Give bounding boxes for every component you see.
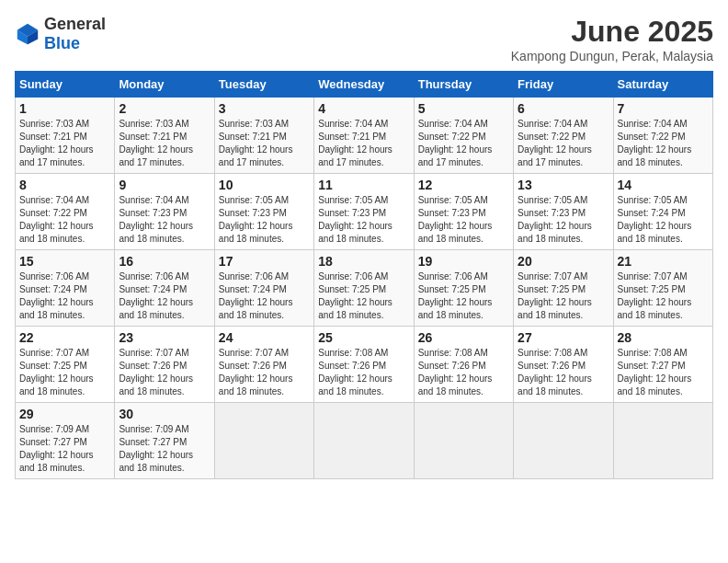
sunset-label: Sunset: 7:21 PM [119, 132, 187, 142]
day-number: 7 [618, 101, 709, 116]
day-info: Sunrise: 7:06 AM Sunset: 7:24 PM Dayligh… [19, 270, 110, 322]
day-number: 11 [318, 178, 409, 192]
logo-icon [15, 21, 40, 47]
daylight-label: Daylight: 12 hours and 18 minutes. [318, 221, 392, 244]
table-cell: 30 Sunrise: 7:09 AM Sunset: 7:27 PM Dayl… [115, 403, 214, 479]
table-cell: 20 Sunrise: 7:07 AM Sunset: 7:25 PM Dayl… [514, 250, 613, 327]
day-number: 2 [119, 101, 210, 116]
sunrise-label: Sunrise: 7:05 AM [518, 195, 587, 205]
sunset-label: Sunset: 7:21 PM [219, 132, 287, 142]
day-info: Sunrise: 7:08 AM Sunset: 7:26 PM Dayligh… [418, 347, 509, 398]
sunset-label: Sunset: 7:24 PM [119, 284, 187, 294]
sunrise-label: Sunrise: 7:06 AM [318, 271, 388, 282]
day-info: Sunrise: 7:09 AM Sunset: 7:27 PM Dayligh… [19, 423, 110, 475]
sunrise-label: Sunrise: 7:09 AM [119, 424, 188, 434]
daylight-label: Daylight: 12 hours and 18 minutes. [318, 297, 392, 320]
day-number: 8 [19, 178, 110, 192]
day-info: Sunrise: 7:04 AM Sunset: 7:22 PM Dayligh… [418, 118, 509, 169]
day-info: Sunrise: 7:08 AM Sunset: 7:26 PM Dayligh… [318, 347, 409, 398]
day-number: 1 [19, 101, 110, 116]
table-cell: 25 Sunrise: 7:08 AM Sunset: 7:26 PM Dayl… [314, 327, 414, 403]
day-info: Sunrise: 7:07 AM Sunset: 7:25 PM Dayligh… [518, 270, 609, 322]
day-number: 10 [219, 178, 310, 192]
sunrise-label: Sunrise: 7:08 AM [618, 348, 688, 358]
day-info: Sunrise: 7:07 AM Sunset: 7:25 PM Dayligh… [19, 347, 110, 398]
table-cell: 24 Sunrise: 7:07 AM Sunset: 7:26 PM Dayl… [214, 327, 313, 403]
day-info: Sunrise: 7:07 AM Sunset: 7:26 PM Dayligh… [119, 347, 210, 398]
sunrise-label: Sunrise: 7:05 AM [318, 195, 388, 205]
day-info: Sunrise: 7:04 AM Sunset: 7:22 PM Dayligh… [518, 118, 609, 169]
logo: General Blue [15, 15, 106, 53]
day-number: 6 [518, 101, 609, 116]
sunrise-label: Sunrise: 7:06 AM [19, 271, 89, 282]
sunset-label: Sunset: 7:26 PM [119, 361, 187, 371]
sunrise-label: Sunrise: 7:03 AM [219, 119, 289, 129]
sunset-label: Sunset: 7:24 PM [19, 284, 87, 294]
daylight-label: Daylight: 12 hours and 18 minutes. [418, 373, 493, 396]
table-cell: 7 Sunrise: 7:04 AM Sunset: 7:22 PM Dayli… [613, 98, 712, 174]
col-sunday: Sunday [16, 72, 115, 98]
table-cell: 26 Sunrise: 7:08 AM Sunset: 7:26 PM Dayl… [414, 327, 513, 403]
sunrise-label: Sunrise: 7:07 AM [119, 348, 188, 358]
daylight-label: Daylight: 12 hours and 18 minutes. [19, 373, 94, 396]
sunset-label: Sunset: 7:26 PM [219, 361, 287, 371]
daylight-label: Daylight: 12 hours and 18 minutes. [19, 450, 94, 473]
daylight-label: Daylight: 12 hours and 18 minutes. [518, 221, 592, 244]
sunrise-label: Sunrise: 7:04 AM [19, 195, 89, 205]
sunset-label: Sunset: 7:23 PM [518, 208, 586, 218]
sunrise-label: Sunrise: 7:03 AM [19, 119, 89, 129]
sunrise-label: Sunrise: 7:04 AM [119, 195, 188, 205]
sunset-label: Sunset: 7:24 PM [618, 208, 686, 218]
day-number: 19 [418, 254, 509, 269]
sunrise-label: Sunrise: 7:08 AM [518, 348, 587, 358]
sunset-label: Sunset: 7:24 PM [219, 284, 287, 294]
day-number: 12 [418, 178, 509, 192]
sunrise-label: Sunrise: 7:09 AM [19, 424, 89, 434]
daylight-label: Daylight: 12 hours and 18 minutes. [119, 450, 193, 473]
day-info: Sunrise: 7:05 AM Sunset: 7:24 PM Dayligh… [618, 194, 709, 246]
sunrise-label: Sunrise: 7:04 AM [618, 119, 688, 129]
table-cell: 11 Sunrise: 7:05 AM Sunset: 7:23 PM Dayl… [314, 174, 414, 250]
day-info: Sunrise: 7:04 AM Sunset: 7:21 PM Dayligh… [318, 118, 409, 169]
table-cell [214, 403, 313, 479]
sunrise-label: Sunrise: 7:03 AM [119, 119, 188, 129]
table-cell: 1 Sunrise: 7:03 AM Sunset: 7:21 PM Dayli… [16, 98, 115, 174]
title-area: June 2025 Kampong Dungun, Perak, Malaysi… [511, 15, 713, 63]
table-cell: 21 Sunrise: 7:07 AM Sunset: 7:25 PM Dayl… [613, 250, 712, 327]
sunrise-label: Sunrise: 7:05 AM [618, 195, 688, 205]
day-number: 24 [219, 330, 310, 345]
daylight-label: Daylight: 12 hours and 18 minutes. [418, 221, 493, 244]
table-cell: 14 Sunrise: 7:05 AM Sunset: 7:24 PM Dayl… [613, 174, 712, 250]
day-number: 23 [119, 330, 210, 345]
sunrise-label: Sunrise: 7:08 AM [318, 348, 388, 358]
sunrise-label: Sunrise: 7:04 AM [318, 119, 388, 129]
sunset-label: Sunset: 7:27 PM [19, 437, 87, 447]
daylight-label: Daylight: 12 hours and 18 minutes. [618, 144, 692, 167]
day-info: Sunrise: 7:07 AM Sunset: 7:25 PM Dayligh… [618, 270, 709, 322]
daylight-label: Daylight: 12 hours and 18 minutes. [219, 373, 293, 396]
sunset-label: Sunset: 7:25 PM [518, 284, 586, 294]
day-number: 3 [219, 101, 310, 116]
daylight-label: Daylight: 12 hours and 17 minutes. [119, 144, 193, 167]
sunrise-label: Sunrise: 7:07 AM [518, 271, 587, 282]
calendar-table: Sunday Monday Tuesday Wednesday Thursday… [15, 71, 713, 479]
sunset-label: Sunset: 7:26 PM [318, 361, 386, 371]
daylight-label: Daylight: 12 hours and 18 minutes. [618, 297, 692, 320]
sunrise-label: Sunrise: 7:06 AM [418, 271, 488, 282]
day-number: 4 [318, 101, 409, 116]
daylight-label: Daylight: 12 hours and 17 minutes. [19, 144, 94, 167]
logo-text: General Blue [44, 15, 106, 53]
table-cell: 2 Sunrise: 7:03 AM Sunset: 7:21 PM Dayli… [115, 98, 214, 174]
day-info: Sunrise: 7:05 AM Sunset: 7:23 PM Dayligh… [418, 194, 509, 246]
day-info: Sunrise: 7:06 AM Sunset: 7:24 PM Dayligh… [119, 270, 210, 322]
day-info: Sunrise: 7:04 AM Sunset: 7:23 PM Dayligh… [119, 194, 210, 246]
sunrise-label: Sunrise: 7:07 AM [219, 348, 289, 358]
day-info: Sunrise: 7:07 AM Sunset: 7:26 PM Dayligh… [219, 347, 310, 398]
table-cell: 12 Sunrise: 7:05 AM Sunset: 7:23 PM Dayl… [414, 174, 513, 250]
table-cell: 29 Sunrise: 7:09 AM Sunset: 7:27 PM Dayl… [16, 403, 115, 479]
day-number: 14 [618, 178, 709, 192]
sunset-label: Sunset: 7:22 PM [418, 132, 486, 142]
day-info: Sunrise: 7:03 AM Sunset: 7:21 PM Dayligh… [19, 118, 110, 169]
sunset-label: Sunset: 7:27 PM [119, 437, 187, 447]
sunset-label: Sunset: 7:22 PM [19, 208, 87, 218]
